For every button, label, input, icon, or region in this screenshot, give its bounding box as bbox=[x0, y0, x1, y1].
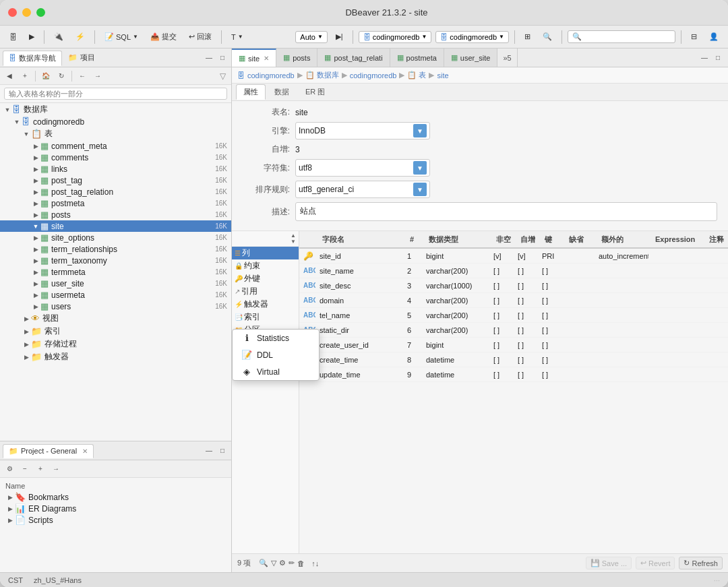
breadcrumb-codingmoredb2[interactable]: codingmoredb bbox=[350, 71, 397, 80]
proj-item-er-diagrams[interactable]: ▶ 📊 ER Diagrams bbox=[0, 503, 231, 514]
th-extra[interactable]: 额外的 bbox=[597, 235, 651, 245]
proj-arrow-button[interactable]: → bbox=[49, 462, 63, 476]
tab-post-tag-relati[interactable]: ▦ post_tag_relati bbox=[317, 49, 390, 67]
tab-postmeta[interactable]: ▦ postmeta bbox=[390, 49, 444, 67]
tree-item-user-site[interactable]: ▶ ▦ user_site 16K bbox=[0, 278, 231, 289]
subtab-data[interactable]: 数据 bbox=[267, 84, 297, 100]
tab-user-site[interactable]: ▦ user_site bbox=[444, 49, 498, 67]
refresh-button[interactable]: ↻ Refresh bbox=[679, 557, 723, 569]
tab-site[interactable]: ▦ site ✕ bbox=[232, 49, 276, 67]
table-row[interactable]: 🕐 update_time 9 datetime [ ] [ ] [ ] bbox=[299, 367, 728, 382]
tree-item-triggers-main[interactable]: ▶ 📁 触发器 bbox=[0, 350, 231, 363]
submit-button[interactable]: 📤 提交 bbox=[146, 30, 181, 44]
site-tab-close[interactable]: ✕ bbox=[264, 55, 269, 62]
proj-settings-button[interactable]: ⚙ bbox=[3, 462, 16, 476]
tree-item-comments[interactable]: ▶ ▦ comments 16K bbox=[0, 152, 231, 163]
proj-minimize-button[interactable]: — bbox=[203, 445, 215, 457]
disconnect-button[interactable]: ⚡ bbox=[71, 30, 89, 43]
col-tree-references[interactable]: ↗ 引用 bbox=[232, 285, 299, 298]
th-notnull[interactable]: 非空 bbox=[492, 235, 516, 245]
filter-status-icon[interactable]: ▽ bbox=[271, 559, 276, 567]
breadcrumb-codingmoredb[interactable]: codingmoredb bbox=[247, 71, 295, 80]
nav-back-button[interactable]: 🗄 bbox=[5, 31, 21, 43]
nav-forward-button[interactable]: ▶ bbox=[25, 30, 38, 43]
project-general-tab[interactable]: 📁 Project - General ✕ bbox=[3, 444, 94, 458]
tree-item-indexes[interactable]: ▶ 📁 索引 bbox=[0, 325, 231, 338]
save-button[interactable]: 💾 Save ... bbox=[586, 557, 632, 569]
nav-tab[interactable]: 🗄 数据库导航 bbox=[3, 51, 62, 66]
sql-button[interactable]: 📝 SQL ▼ bbox=[100, 30, 142, 43]
col-tree-indexes[interactable]: 📑 索引 bbox=[232, 311, 299, 323]
cm-ddl[interactable]: 📝 DDL bbox=[233, 346, 299, 363]
tree-item-term-relationships[interactable]: ▶ ▦ term_relationships 16K bbox=[0, 243, 231, 255]
th-expression[interactable]: Expression bbox=[651, 235, 705, 243]
description-input[interactable]: 站点 bbox=[295, 202, 717, 221]
tree-item-post-tag[interactable]: ▶ ▦ post_tag 16K bbox=[0, 175, 231, 186]
tree-item-site-options[interactable]: ▶ ▦ site_options 16K bbox=[0, 232, 231, 243]
table-row[interactable]: 123 create_user_id 7 bigint [ ] [ ] [ ] bbox=[299, 338, 728, 352]
collapse-all-button[interactable]: ◀ bbox=[3, 69, 16, 83]
breadcrumb-db[interactable]: 📋 数据库 bbox=[305, 70, 339, 80]
tree-item-links[interactable]: ▶ ▦ links 16K bbox=[0, 163, 231, 175]
config-status-icon[interactable]: ⚙ bbox=[279, 559, 286, 567]
breadcrumb-table[interactable]: 📋 表 bbox=[407, 70, 426, 80]
connect-button[interactable]: 🔌 bbox=[50, 30, 67, 43]
filter-button[interactable]: ▽ bbox=[216, 70, 229, 82]
col-tree-columns[interactable]: ☰ 列 bbox=[232, 247, 299, 259]
subtab-er[interactable]: ER 图 bbox=[298, 84, 332, 100]
th-type[interactable]: 数据类型 bbox=[425, 235, 492, 245]
minimize-panel-button[interactable]: — bbox=[203, 52, 215, 64]
table-row[interactable]: ABC tel_name 5 varchar(200) [ ] [ ] [ ] bbox=[299, 308, 728, 323]
user-button[interactable]: 👤 bbox=[705, 30, 723, 43]
auto-dropdown[interactable]: Auto ▼ bbox=[295, 31, 328, 43]
tree-item-postmeta[interactable]: ▶ ▦ postmeta 16K bbox=[0, 197, 231, 209]
proj-item-scripts[interactable]: ▶ 📄 Scripts bbox=[0, 514, 231, 526]
subtab-properties[interactable]: 属性 bbox=[236, 84, 266, 100]
tree-item-tables[interactable]: ▼ 📋 表 bbox=[0, 127, 231, 140]
delete-status-icon[interactable]: 🗑 bbox=[297, 559, 305, 567]
proj-maximize-button[interactable]: □ bbox=[216, 445, 229, 457]
revert-button[interactable]: ↩ Revert bbox=[636, 557, 675, 569]
execute-button[interactable]: ▶| bbox=[332, 30, 347, 43]
th-default[interactable]: 缺省 bbox=[565, 235, 597, 245]
format-button[interactable]: T ▼ bbox=[227, 31, 247, 43]
table-search-input[interactable] bbox=[4, 88, 227, 100]
th-comment[interactable]: 注释 bbox=[705, 235, 728, 245]
col-tree-fk[interactable]: 🔑 外键 bbox=[232, 272, 299, 285]
engine-input[interactable]: InnoDB ▼ bbox=[295, 122, 430, 140]
copy-button[interactable]: ⊞ bbox=[520, 30, 535, 43]
tab-posts[interactable]: ▦ posts bbox=[276, 49, 317, 67]
sort-down-btn[interactable]: ▼ bbox=[291, 239, 296, 245]
table-row[interactable]: 🕐 create_time 8 datetime [ ] [ ] [ ] bbox=[299, 352, 728, 367]
cm-virtual[interactable]: ◈ Virtual bbox=[233, 363, 299, 380]
sync-button[interactable]: ↻ bbox=[55, 69, 68, 83]
proj-item-bookmarks[interactable]: ▶ 🔖 Bookmarks bbox=[0, 491, 231, 503]
search-status-icon[interactable]: 🔍 bbox=[259, 559, 268, 567]
expand-button[interactable]: + bbox=[18, 69, 32, 83]
move-right-button[interactable]: → bbox=[91, 69, 104, 83]
rollback-button[interactable]: ↩ 回滚 bbox=[185, 30, 216, 44]
tree-item-site[interactable]: ▼ ▦ site 16K bbox=[0, 220, 231, 232]
col-tree-triggers[interactable]: ⚡ 触发器 bbox=[232, 298, 299, 311]
tree-item-comment-meta[interactable]: ▶ ▦ comment_meta 16K bbox=[0, 140, 231, 152]
engine-dropdown-btn[interactable]: ▼ bbox=[413, 124, 427, 137]
edit-status-icon[interactable]: ✏ bbox=[289, 559, 295, 567]
close-button[interactable] bbox=[8, 8, 17, 17]
home-button[interactable]: 🏠 bbox=[39, 69, 53, 83]
tree-item-views[interactable]: ▶ 👁 视图 bbox=[0, 312, 231, 325]
collation-input[interactable]: utf8_general_ci ▼ bbox=[295, 181, 430, 198]
proj-minus-button[interactable]: − bbox=[18, 462, 32, 476]
tree-item-termmeta[interactable]: ▶ ▦ termmeta 16K bbox=[0, 266, 231, 278]
tree-item-users[interactable]: ▶ ▦ users 16K bbox=[0, 301, 231, 312]
th-key[interactable]: 键 bbox=[541, 235, 565, 245]
proj-plus-button[interactable]: + bbox=[34, 462, 47, 476]
tab-minimize-button[interactable]: — bbox=[698, 52, 710, 64]
sort-up-btn[interactable]: ▲ bbox=[291, 233, 296, 239]
tree-item-term-taxonomy[interactable]: ▶ ▦ term_taxonomy 16K bbox=[0, 255, 231, 266]
search-global-button[interactable]: 🔍 bbox=[539, 30, 556, 43]
tree-item-procedures[interactable]: ▶ 📁 存储过程 bbox=[0, 338, 231, 350]
th-fieldname[interactable]: 字段名 bbox=[318, 235, 406, 245]
table-row[interactable]: ABC domain 4 varchar(200) [ ] [ ] [ ] bbox=[299, 293, 728, 308]
charset-input[interactable]: utf8 ▼ bbox=[295, 159, 430, 177]
tree-item-post-tag-relation[interactable]: ▶ ▦ post_tag_relation 16K bbox=[0, 186, 231, 197]
